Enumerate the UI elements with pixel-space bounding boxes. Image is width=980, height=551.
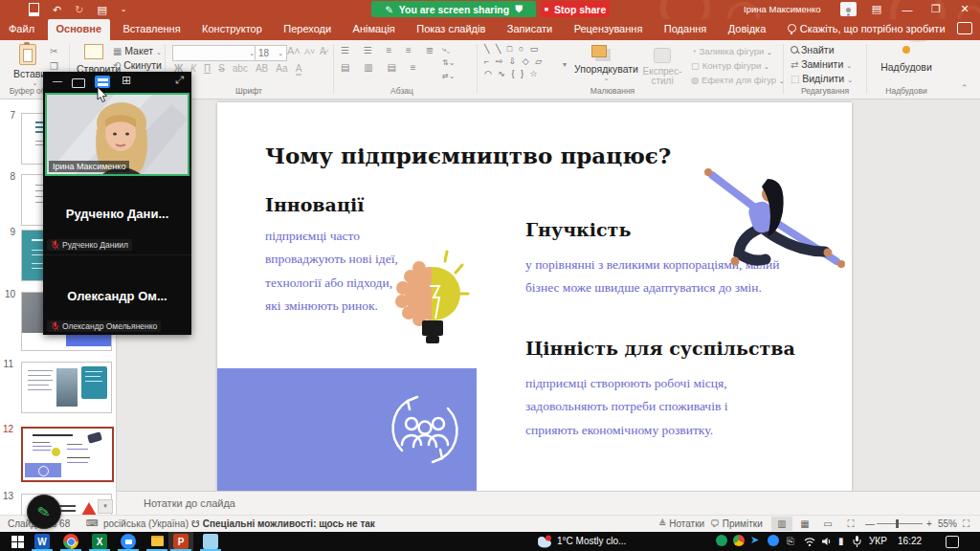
shapes-gallery-more-icon[interactable]: ▾ <box>563 59 567 71</box>
reset-button[interactable]: ⟲ Скинути <box>113 59 162 72</box>
tab-file[interactable]: Файл <box>0 19 43 40</box>
weather-icon[interactable] <box>536 535 553 548</box>
annotation-pen-button[interactable]: ✎ <box>27 495 61 529</box>
tray-speaker-icon[interactable] <box>821 537 833 546</box>
text-direction-buttons[interactable]: ⤷⌄⇅⌄⇄⌄ <box>442 43 455 83</box>
clear-format-icon[interactable]: А̷ <box>320 46 326 56</box>
tab-help[interactable]: Довідка <box>720 19 775 40</box>
list-buttons[interactable]: ☰ ☰ ≡ ≡ ≣ <box>341 45 439 56</box>
tell-me-box[interactable]: Скажіть, що потрібно зробити <box>779 19 954 40</box>
zoom-expand-icon[interactable]: ⤢ <box>175 74 184 86</box>
language-indicator[interactable]: російська (Україна) <box>103 518 189 529</box>
fit-slide-icon[interactable]: ⛶ <box>963 518 969 530</box>
tab-animations[interactable]: Анімація <box>345 19 404 40</box>
notes-placeholder[interactable]: Нотатки до слайда <box>144 497 235 509</box>
section-heading-innovation[interactable]: Інновації <box>265 194 364 215</box>
replace-button[interactable]: ⇄ Замінити ⌄ <box>791 58 852 71</box>
tray-battery-icon[interactable]: ▮ <box>838 536 844 546</box>
slideshow-preview-icon[interactable]: ▤ <box>97 3 106 16</box>
notes-toggle[interactable]: ≜ Нотатки <box>658 518 704 529</box>
find-button[interactable]: Знайти <box>791 44 835 55</box>
shape-outline-button[interactable]: ▢ Контур фігури ⌄ <box>691 59 785 74</box>
zoom-video-tile-participant-1[interactable]: Рудченко Дани... Рудченко Даниил <box>43 174 191 255</box>
tray-app-green-icon[interactable] <box>716 535 727 546</box>
section-heading-flexibility[interactable]: Гнучкість <box>525 219 631 240</box>
save-icon[interactable] <box>29 3 39 16</box>
zoom-in-icon[interactable]: + <box>926 518 932 529</box>
start-button[interactable] <box>11 536 24 548</box>
chrome-taskbar-icon[interactable] <box>63 534 78 549</box>
redo-icon[interactable]: ↻ <box>75 3 83 16</box>
section-body-innovation[interactable]: підприємці часто впроваджують нові ідеї,… <box>265 225 401 318</box>
excel-taskbar-icon[interactable]: X <box>92 534 107 549</box>
comments-icon[interactable] <box>957 22 972 34</box>
zoom-level[interactable]: 55% <box>938 518 957 529</box>
shapes-gallery[interactable]: ╲ ╲ □ ○ ▭⌐ ⇨ ⇩ ◇ ▱◠ ∿ { } ☆ <box>484 43 544 80</box>
zoom-slider-thumb[interactable] <box>896 519 899 528</box>
grow-font-icon[interactable]: А˄ <box>287 45 301 56</box>
tab-review[interactable]: Рецензування <box>566 19 652 40</box>
section-body-value[interactable]: підприємці створюють робочі місця, задов… <box>525 372 782 442</box>
comments-toggle[interactable]: 🗩 Примітки <box>710 518 763 529</box>
restore-button[interactable]: ❐ <box>924 0 948 18</box>
zoom-slider-track[interactable] <box>877 523 923 524</box>
notes-taskbar-icon[interactable] <box>203 534 218 549</box>
shape-effects-button[interactable]: ◍ Ефекти для фігур ⌄ <box>691 74 785 88</box>
tray-network-icon[interactable] <box>804 537 815 546</box>
tab-design[interactable]: Конструктор <box>193 19 271 40</box>
weather-text[interactable]: 1°C Mostly clo... <box>557 536 626 546</box>
tray-telegram-icon[interactable]: ➤ <box>750 534 759 546</box>
zoom-gallery-view-icon[interactable]: ⊞ <box>122 74 131 87</box>
account-avatar[interactable] <box>840 2 857 16</box>
tab-home[interactable]: Основне <box>48 19 111 40</box>
font-style-buttons[interactable]: ЖКПSabcАВАаА <box>174 63 301 76</box>
normal-view-icon[interactable]: ▥ <box>771 517 792 531</box>
notes-pane[interactable]: Нотатки до слайда <box>117 491 980 516</box>
clock[interactable]: 16:22 <box>898 536 922 546</box>
language-switcher[interactable]: УКР <box>869 536 887 546</box>
select-button[interactable]: ⬚ Виділити ⌄ <box>791 73 853 85</box>
account-name[interactable]: Ірина Максименко <box>744 4 821 14</box>
tab-transitions[interactable]: Переходи <box>275 19 340 40</box>
section-heading-value[interactable]: Цінність для суспільства <box>525 338 795 359</box>
quick-styles-button[interactable]: Експрес-стилі <box>639 48 685 86</box>
tray-chrome-icon[interactable] <box>733 535 745 546</box>
tray-usb-icon[interactable]: ⎘ <box>787 536 794 547</box>
reading-view-icon[interactable]: ▭ <box>817 517 838 531</box>
qat-customize-icon[interactable]: ⌄ <box>121 3 127 16</box>
font-size-input[interactable]: 18⌄ <box>255 45 287 61</box>
slide-canvas[interactable]: Чому підприємництво працює? Інновації пі… <box>217 102 852 491</box>
zoom-out-icon[interactable]: — <box>865 518 875 529</box>
action-center-icon[interactable] <box>946 536 959 548</box>
slideshow-view-icon[interactable]: ⛶ <box>840 517 861 531</box>
close-button[interactable]: ✕ <box>952 0 977 18</box>
zoom-speaker-view-icon[interactable] <box>72 78 85 88</box>
tab-insert[interactable]: Вставлення <box>115 19 189 40</box>
font-name-input[interactable]: ⌄ <box>172 45 258 61</box>
layout-button[interactable]: ▦ Макет ⌄ <box>113 45 162 57</box>
powerpoint-taskbar-icon[interactable]: P <box>173 534 189 549</box>
align-buttons[interactable]: ▤ ▥ ▤ ≡ <box>341 62 422 74</box>
thumbnail-scroll-down-icon[interactable]: ▾ <box>98 499 113 514</box>
display-settings-icon[interactable]: ⌨ <box>86 518 99 528</box>
stop-share-button[interactable]: ■Stop share <box>541 1 610 17</box>
tab-slideshow[interactable]: Показ слайдів <box>408 19 494 40</box>
addins-button[interactable]: Надбудови <box>873 46 940 73</box>
slide-title[interactable]: Чому підприємництво працює? <box>265 143 671 168</box>
slide-sorter-view-icon[interactable]: ▦ <box>794 517 815 531</box>
collapse-ribbon-icon[interactable]: ⌃ <box>961 82 969 94</box>
undo-icon[interactable]: ↶ <box>53 3 61 16</box>
cut-icon[interactable]: ✂ <box>50 46 57 57</box>
slide-thumbnail-12-selected[interactable] <box>21 427 114 482</box>
zoom-minimize-icon[interactable]: — <box>53 76 62 86</box>
tab-view[interactable]: Подання <box>656 19 715 40</box>
zoom-taskbar-icon[interactable] <box>121 534 136 549</box>
slide-thumbnail-11[interactable] <box>21 362 112 413</box>
tray-microphone-icon[interactable] <box>853 536 861 547</box>
tab-record[interactable]: Записати <box>499 19 561 40</box>
zoom-video-tile-participant-2[interactable]: Олександр Ом... Олександр Омельяненко <box>43 254 191 335</box>
word-taskbar-icon[interactable]: W <box>34 534 50 549</box>
zoom-video-tile-host[interactable]: Ірина Максименко <box>45 93 189 176</box>
accessibility-status[interactable]: ☋ Спеціальні можливості: щось не так <box>191 518 375 529</box>
ribbon-display-options-icon[interactable]: ▤ <box>864 0 889 18</box>
